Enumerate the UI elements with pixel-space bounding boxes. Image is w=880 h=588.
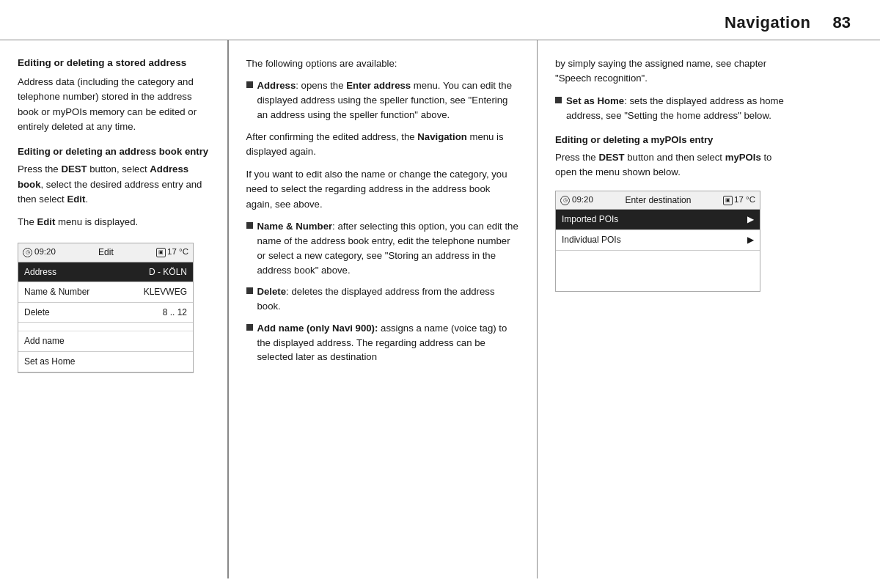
bullet-item-add-name: Add name (only Navi 900): assigns a name…	[246, 321, 519, 364]
column-middle: The following options are available: Add…	[229, 40, 537, 578]
middle-intro: The following options are available:	[246, 56, 519, 71]
mockup2-imported-label: Imported POIs	[562, 213, 618, 227]
mockup-time-text: 09:20	[34, 246, 56, 259]
bullet-item-name-number: Name & Number: after selecting this opti…	[246, 219, 519, 277]
temp-icon: ▣	[156, 248, 166, 257]
mockup-center-label: Edit	[98, 246, 114, 260]
page-header: Navigation 83	[0, 0, 880, 40]
set-as-home-label: Set as Home	[566, 95, 624, 106]
mockup-title-bar: ◷ 09:20 Edit ▣ 17 °C	[18, 243, 193, 262]
mockup-temp: ▣ 17 °C	[156, 246, 188, 259]
mockup2-temp-icon: ▣	[723, 196, 733, 205]
left-sub-heading1: Editing or deleting an address book entr…	[18, 145, 210, 158]
row-value-delete: 8 .. 12	[163, 306, 187, 320]
dest-bold: DEST	[61, 163, 87, 174]
address-label: Address	[257, 80, 296, 91]
mockup-row-delete: Delete 8 .. 12	[18, 303, 193, 323]
page-title: Navigation	[725, 13, 810, 32]
middle-para-edit-name: If you want to edit also the name or cha…	[246, 167, 519, 212]
enter-address-label: Enter address	[346, 80, 411, 91]
right-ui-mockup: ◷ 09:20 Enter destination ▣ 17 °C Import…	[555, 191, 760, 292]
bullet-square-set-as-home	[555, 97, 562, 103]
bullet-square-address	[246, 81, 253, 88]
mockup-time: ◷ 09:20	[23, 246, 56, 259]
clock-icon: ◷	[23, 248, 32, 257]
mockup2-row-imported: Imported POIs ▶	[556, 210, 760, 230]
mockup2-temp-group: ▣ 17 °C	[723, 194, 755, 207]
mockup2-spacer	[556, 251, 760, 291]
mockup2-center-label: Enter destination	[625, 194, 691, 207]
left-edit-menu-line: The Edit menu is displayed.	[18, 215, 210, 229]
middle-bullet-list: Address: opens the Enter address menu. Y…	[246, 78, 519, 122]
middle-bullet-list2: Name & Number: after selecting this opti…	[246, 219, 519, 364]
row-value-address: D - KÖLN	[149, 265, 187, 279]
edit-bold: Edit	[67, 194, 85, 205]
row-value-name-number: KLEVWEG	[144, 285, 187, 299]
mockup2-time-group: ◷ 09:20	[560, 194, 593, 207]
mockup2-individual-label: Individual POIs	[562, 233, 621, 247]
bullet-square-delete	[246, 287, 253, 294]
mockup-spacer	[18, 323, 193, 331]
name-number-label: Name & Number	[257, 221, 333, 232]
column-left: Editing or deleting a stored address Add…	[0, 40, 227, 578]
dest-bold2: DEST	[598, 152, 624, 163]
mockup2-imported-arrow: ▶	[747, 213, 754, 227]
edit-bold2: Edit	[37, 216, 55, 227]
bullet-item-delete: Delete: deletes the displayed address fr…	[246, 284, 519, 314]
mockup2-clock-icon: ◷	[560, 196, 570, 205]
mockup2-row-individual: Individual POIs ▶	[556, 230, 760, 251]
bullet-content-delete: Delete: deletes the displayed address fr…	[257, 284, 519, 314]
row-label-delete: Delete	[24, 306, 50, 320]
mockup-bottom-rows: Add name Set as Home	[18, 331, 193, 372]
middle-para-confirm: After confirming the edited address, the…	[246, 130, 519, 160]
left-ui-mockup: ◷ 09:20 Edit ▣ 17 °C Address D - KÖLN Na…	[18, 243, 194, 373]
mockup-row-add-name: Add name	[18, 331, 193, 352]
bullet-square-name-number	[246, 222, 253, 229]
navigation-label: Navigation	[417, 131, 466, 142]
page-number: 83	[833, 13, 851, 32]
left-sub-body1: Press the DEST button, select Address bo…	[18, 162, 210, 207]
row-label-name-number: Name & Number	[24, 285, 89, 299]
mockup-row-address: Address D - KÖLN	[18, 262, 193, 283]
left-main-heading: Editing or deleting a stored address	[18, 56, 210, 70]
address-book-bold: Address book	[18, 163, 188, 189]
mockup-row-set-as-home: Set as Home	[18, 352, 193, 372]
mockup-temp-text: 17 °C	[167, 246, 188, 259]
mockup2-individual-arrow: ▶	[747, 233, 754, 247]
content-area: Editing or deleting a stored address Add…	[0, 40, 880, 578]
mockup-row-name-number: Name & Number KLEVWEG	[18, 282, 193, 303]
column-right: by simply saying the assigned name, see …	[538, 40, 802, 578]
left-intro-text: Address data (including the category and…	[18, 75, 210, 135]
bullet-square-add-name	[246, 324, 253, 331]
bullet-content-add-name: Add name (only Navi 900): assigns a name…	[257, 321, 519, 364]
bullet-content-set-as-home: Set as Home: sets the displayed address …	[566, 94, 784, 123]
right-sub-body2: Press the DEST button and then select my…	[555, 150, 784, 180]
add-name-label: Add name	[257, 323, 304, 334]
delete-label: Delete	[257, 286, 287, 297]
right-bullet-list: Set as Home: sets the displayed address …	[555, 94, 784, 123]
row-label-address: Address	[24, 265, 56, 279]
mockup2-temp-text: 17 °C	[734, 194, 755, 207]
row-label-set-as-home: Set as Home	[24, 355, 75, 369]
only-navi-label: (only Navi 900):	[307, 323, 378, 334]
right-continued-text: by simply saying the assigned name, see …	[555, 56, 784, 87]
bullet-content-address: Address: opens the Enter address menu. Y…	[257, 78, 519, 122]
right-sub-heading2: Editing or deleting a myPOIs entry	[555, 133, 784, 147]
mockup2-time-text: 09:20	[572, 194, 593, 207]
mockup2-title-bar: ◷ 09:20 Enter destination ▣ 17 °C	[556, 191, 760, 210]
mypois-label: myPOIs	[725, 152, 761, 163]
bullet-content-name-number: Name & Number: after selecting this opti…	[257, 219, 519, 277]
row-label-add-name: Add name	[24, 334, 65, 348]
bullet-item-set-as-home: Set as Home: sets the displayed address …	[555, 94, 784, 123]
bullet-item-address: Address: opens the Enter address menu. Y…	[246, 78, 519, 122]
